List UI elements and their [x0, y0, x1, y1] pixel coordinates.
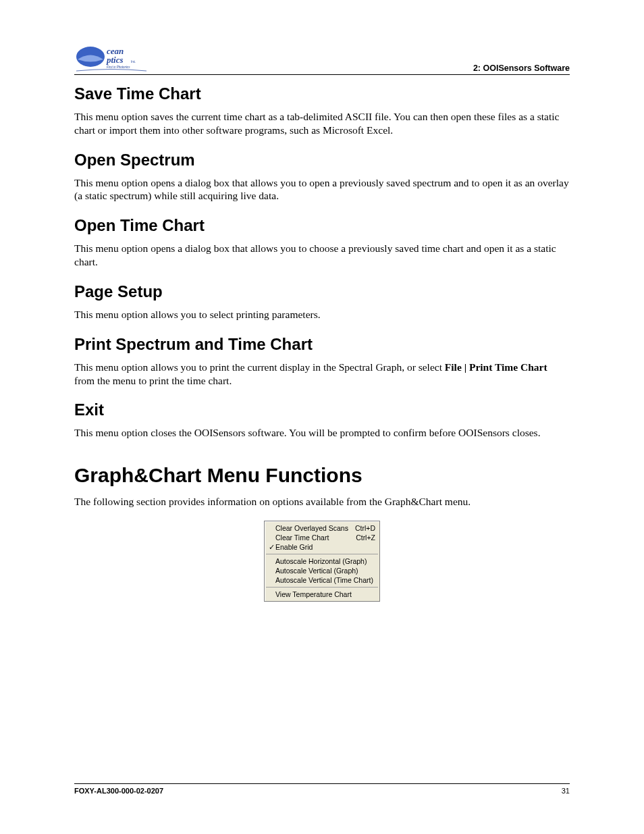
heading-save-time-chart: Save Time Chart [74, 84, 570, 103]
menu-item-label: Autoscale Vertical (Time Chart) [275, 576, 375, 584]
menu-group-1: Clear Overlayed Scans Ctrl+D Clear Time … [265, 521, 379, 554]
print-body-bold: File | Print Time Chart [445, 361, 547, 373]
ocean-optics-logo: cean ptics Inc. First in Photonics [74, 41, 149, 73]
menu-group-2: Autoscale Horizontal (Graph) Autoscale V… [265, 554, 379, 587]
menu-item-clear-overlayed-scans[interactable]: Clear Overlayed Scans Ctrl+D [265, 523, 379, 533]
menu-item-label: Autoscale Horizontal (Graph) [275, 557, 375, 565]
menu-item-enable-grid[interactable]: ✓ Enable Grid [265, 542, 379, 552]
svg-text:Inc.: Inc. [131, 60, 136, 63]
footer-doc-id: FOXY-AL300-000-02-0207 [74, 787, 163, 795]
body-page-setup: This menu option allows you to select pr… [74, 308, 570, 321]
heading-page-setup: Page Setup [74, 282, 570, 301]
menu-item-autoscale-vertical-time-chart[interactable]: Autoscale Vertical (Time Chart) [265, 575, 379, 585]
chapter-label: 2: OOISensors Software [473, 63, 570, 73]
menu-item-autoscale-horizontal-graph[interactable]: Autoscale Horizontal (Graph) [265, 556, 379, 566]
svg-text:ptics: ptics [106, 55, 124, 65]
heading-open-spectrum: Open Spectrum [74, 151, 570, 170]
heading-exit: Exit [74, 400, 570, 419]
check-icon: ✓ [267, 543, 275, 551]
heading-open-time-chart: Open Time Chart [74, 216, 570, 235]
svg-text:First in Photonics: First in Photonics [107, 66, 130, 69]
graph-chart-menu-screenshot: Clear Overlayed Scans Ctrl+D Clear Time … [264, 521, 380, 602]
menu-group-3: View Temperature Chart [265, 588, 379, 601]
menu-item-autoscale-vertical-graph[interactable]: Autoscale Vertical (Graph) [265, 566, 379, 575]
body-graph-chart-menu: The following section provides informati… [74, 495, 570, 509]
body-save-time-chart: This menu option saves the current time … [74, 110, 570, 137]
menu-item-label: Clear Overlayed Scans [275, 524, 348, 532]
body-open-time-chart: This menu option opens a dialog box that… [74, 242, 570, 269]
menu-item-shortcut: Ctrl+Z [349, 533, 375, 542]
menu-item-label: Enable Grid [275, 543, 369, 551]
page-footer: FOXY-AL300-000-02-0207 31 [74, 783, 570, 795]
menu-item-shortcut: Ctrl+D [348, 524, 375, 532]
menu-item-clear-time-chart[interactable]: Clear Time Chart Ctrl+Z [265, 533, 379, 542]
heading-graph-chart-menu: Graph&Chart Menu Functions [74, 464, 570, 487]
menu-item-view-temperature-chart[interactable]: View Temperature Chart [265, 590, 379, 599]
footer-page-num: 31 [562, 787, 570, 795]
menu-item-label: Autoscale Vertical (Graph) [275, 567, 375, 575]
page-header: cean ptics Inc. First in Photonics 2: OO… [74, 41, 570, 75]
body-print-spectrum: This menu option allows you to print the… [74, 361, 570, 388]
menu-item-label: View Temperature Chart [275, 590, 375, 598]
menu-item-label: Clear Time Chart [275, 533, 349, 542]
body-open-spectrum: This menu option opens a dialog box that… [74, 176, 570, 203]
body-exit: This menu option closes the OOISensors s… [74, 426, 570, 440]
heading-print-spectrum: Print Spectrum and Time Chart [74, 335, 570, 354]
print-body-pre: This menu option allows you to print the… [74, 361, 445, 373]
print-body-post: from the menu to print the time chart. [74, 375, 232, 386]
document-page: cean ptics Inc. First in Photonics 2: OO… [0, 0, 644, 834]
